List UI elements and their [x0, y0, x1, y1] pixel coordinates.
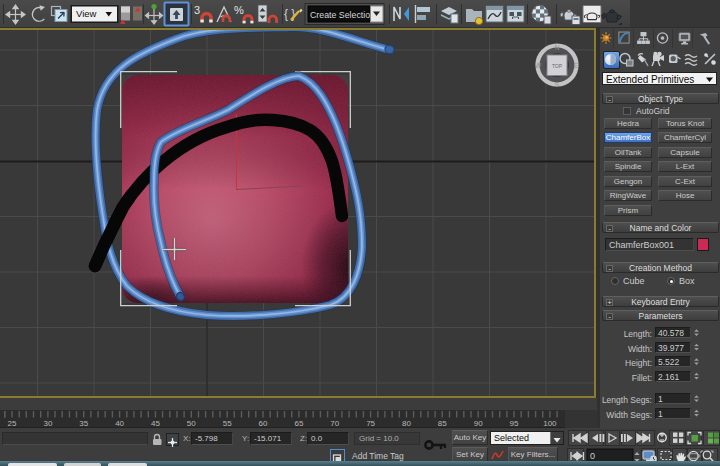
svg-text:N: N [555, 44, 560, 51]
svg-text:0: 0 [590, 451, 595, 461]
svg-text:E: E [574, 62, 579, 69]
svg-text:3: 3 [194, 4, 200, 16]
svg-text:S: S [555, 81, 560, 88]
svg-text:Create Selectio: Create Selectio [310, 10, 370, 20]
svg-text:W: W [535, 62, 542, 69]
svg-text:TOP: TOP [552, 63, 563, 69]
svg-text:{ }: { } [284, 7, 295, 21]
svg-text:View: View [76, 8, 97, 19]
svg-text:%: % [234, 4, 244, 16]
